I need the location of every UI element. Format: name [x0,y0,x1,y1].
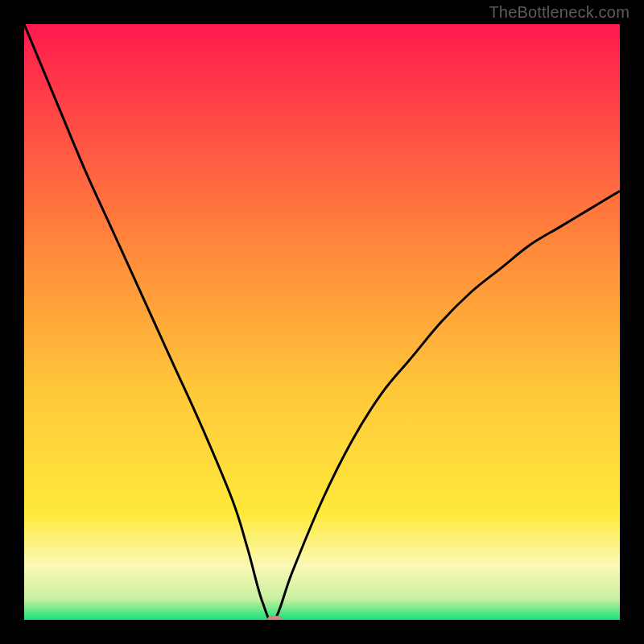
chart-frame: TheBottleneck.com [0,0,644,644]
bottleneck-curve [24,24,620,620]
watermark-text: TheBottleneck.com [489,3,630,22]
plot-area [24,24,620,620]
minimum-marker [267,616,282,620]
